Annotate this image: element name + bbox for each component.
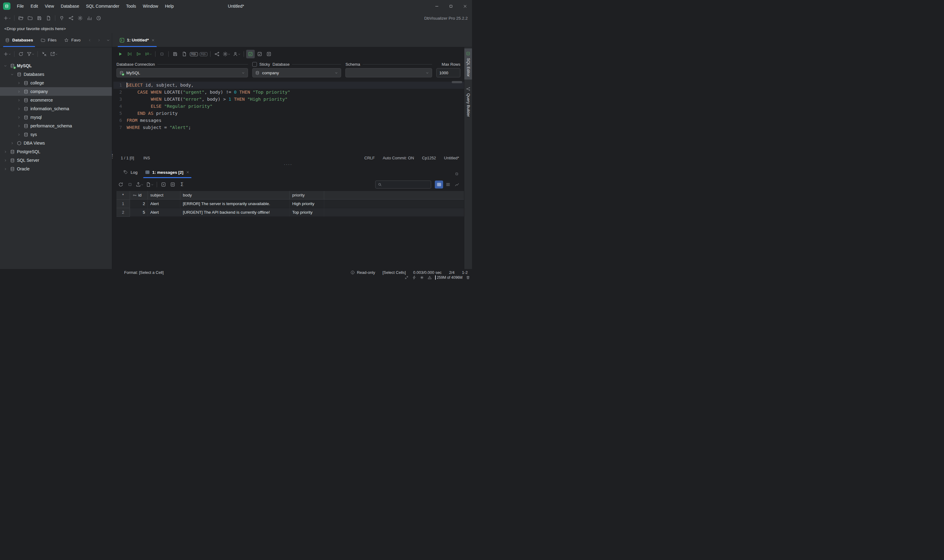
row-viewer-button[interactable] [168, 180, 177, 189]
tab-log[interactable]: Log [120, 166, 141, 178]
rerun-button[interactable] [116, 180, 125, 189]
open-recent-button[interactable] [26, 14, 34, 22]
favorites-bar[interactable]: <Drop your favorite objects here> [0, 24, 472, 33]
tree-item-dba-views[interactable]: DBA Views [0, 139, 112, 148]
warning-icon[interactable] [427, 275, 432, 280]
cell-priority[interactable]: High priority [290, 200, 324, 208]
permissions-button[interactable] [232, 50, 242, 58]
close-button[interactable] [458, 0, 472, 12]
chevron-right-icon[interactable] [3, 167, 8, 171]
database-dropdown[interactable]: company [252, 68, 341, 77]
menu-file[interactable]: File [14, 0, 27, 12]
grid-search-input[interactable] [384, 182, 429, 187]
tree-item-oracle[interactable]: Oracle [0, 165, 112, 173]
cell-id[interactable]: 2 [130, 200, 148, 208]
schema-dropdown[interactable] [346, 68, 432, 77]
minimize-button[interactable] [430, 0, 444, 12]
save-as-button[interactable] [44, 14, 53, 22]
cell-body[interactable]: [ERROR] The server is temporarily unavai… [180, 200, 290, 208]
settings-button[interactable] [76, 14, 85, 22]
cell-filler[interactable] [324, 208, 464, 217]
menu-sql-commander[interactable]: SQL Commander [83, 0, 123, 12]
maximize-button[interactable] [444, 0, 458, 12]
chevron-right-icon[interactable] [3, 150, 8, 154]
tree-item-performance-schema[interactable]: performance_schema [0, 122, 112, 130]
code-line-3[interactable]: 3 WHEN LOCATE("error", body) > 1 THEN "H… [113, 96, 464, 103]
chevron-right-icon[interactable] [16, 90, 22, 94]
monitor-button[interactable] [85, 14, 94, 22]
clear-results-button[interactable] [265, 50, 273, 58]
code-line-5[interactable]: 5 END AS priority [113, 110, 464, 117]
open-button[interactable] [17, 14, 25, 22]
filter-tree-button[interactable] [26, 50, 35, 58]
close-tab-icon[interactable] [186, 171, 190, 174]
connections-button[interactable] [67, 14, 75, 22]
line-ending[interactable]: CRLF [364, 155, 375, 160]
db-connection-dropdown[interactable]: MySQL [116, 68, 248, 77]
column-header-rownum[interactable]: * [116, 191, 130, 200]
column-header-priority[interactable]: priority [290, 191, 324, 200]
cell-subject[interactable]: Alert [148, 208, 180, 217]
results-splitter[interactable]: ···· [112, 162, 464, 166]
cell-body[interactable]: [URGENT] The API backend is currently of… [180, 208, 290, 217]
tab-sql-editor[interactable]: SQL Editor [464, 49, 472, 80]
sql-options-button[interactable] [222, 50, 231, 58]
menu-database[interactable]: Database [57, 0, 83, 12]
execute-current-button[interactable] [125, 50, 134, 58]
memory-usage[interactable]: 259M of 4096M [435, 275, 463, 280]
save-script-button[interactable] [171, 50, 179, 58]
execute-button[interactable] [116, 50, 125, 58]
chevron-right-icon[interactable] [16, 124, 22, 128]
tab-favorites[interactable]: Favo [60, 33, 84, 47]
code-line-6[interactable]: 6FROM messages [113, 117, 464, 124]
tab-untitled-editor[interactable]: 1: Untitled* [116, 33, 159, 47]
grid-search-box[interactable] [375, 180, 431, 189]
chevron-right-icon[interactable] [16, 81, 22, 85]
add-connection-button[interactable] [3, 50, 12, 58]
menu-help[interactable]: Help [162, 0, 177, 12]
export-sql-button[interactable]: SQL [199, 50, 208, 58]
row-number[interactable]: 2 [116, 208, 130, 217]
tab-query-builder[interactable]: Query Builder [464, 84, 472, 119]
execute-refresh-button[interactable] [143, 50, 153, 58]
tab-list-button[interactable] [104, 36, 113, 45]
sql-editor[interactable]: 1SELECT id, subject, body,2 CASE WHEN LO… [112, 80, 464, 154]
chevron-right-icon[interactable] [16, 115, 22, 119]
chevron-right-icon[interactable] [3, 158, 8, 162]
history-button[interactable] [94, 14, 103, 22]
grid-options-button[interactable] [145, 180, 154, 189]
tree-item-college[interactable]: college [0, 78, 112, 87]
maximize-panel-button[interactable] [452, 169, 461, 178]
aggregate-button[interactable]: Σ [177, 180, 186, 189]
code-line-7[interactable]: 7WHERE subject = "Alert"; [113, 124, 464, 131]
sticky-checkbox[interactable] [252, 62, 257, 67]
cell-priority[interactable]: Top priority [290, 208, 324, 217]
column-header-id[interactable]: id [130, 191, 148, 200]
refresh-tree-button[interactable] [17, 50, 25, 58]
garbage-collect-icon[interactable] [466, 275, 470, 280]
code-line-2[interactable]: 2 CASE WHEN LOCATE("urgent", body) != 0 … [113, 89, 464, 96]
tab-files[interactable]: Files [37, 33, 60, 47]
max-rows-input[interactable]: 1000 [437, 68, 460, 77]
menu-tools[interactable]: Tools [123, 0, 139, 12]
column-header-body[interactable]: body [180, 191, 290, 200]
tab-databases[interactable]: Databases [1, 33, 37, 47]
tree-item-databases[interactable]: Databases [0, 70, 112, 78]
new-button[interactable] [3, 14, 12, 22]
chart-view-button[interactable] [453, 180, 461, 189]
connect-button[interactable] [57, 14, 66, 22]
code-line-1[interactable]: 1SELECT id, subject, body, [113, 82, 464, 89]
tree-item-sys[interactable]: sys [0, 130, 112, 139]
stop-grid-button[interactable] [126, 180, 134, 189]
save-script-as-button[interactable] [180, 50, 189, 58]
menu-view[interactable]: View [42, 0, 57, 12]
chevron-right-icon[interactable] [9, 141, 15, 145]
tab-result-messages[interactable]: 1: messages [2] [141, 166, 193, 178]
tree-item-postgresql[interactable]: PostgreSQL [0, 148, 112, 156]
save-button[interactable] [35, 14, 44, 22]
menu-edit[interactable]: Edit [27, 0, 42, 12]
stop-button[interactable] [157, 50, 166, 58]
parse-on-button[interactable] [246, 50, 255, 58]
cell-subject[interactable]: Alert [148, 200, 180, 208]
chevron-right-icon[interactable] [16, 98, 22, 102]
